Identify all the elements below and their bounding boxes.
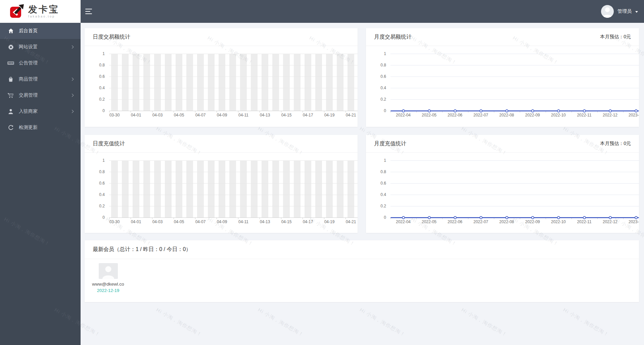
gridline (109, 172, 358, 172)
chevron-right-icon (71, 78, 74, 81)
chevron-down-icon (635, 11, 638, 13)
sidebar-toggle-button[interactable] (85, 5, 97, 17)
y-axis-label: 1 (85, 158, 105, 163)
sidebar-item-check-update[interactable]: 检测更新 (0, 119, 81, 136)
gridline (390, 183, 639, 184)
watermark-text: Hi 小淘，淘你想淘！ (257, 307, 305, 338)
sidebar-item-transactions[interactable]: 交易管理 (0, 87, 81, 103)
x-axis-label: 04-01 (125, 113, 147, 117)
x-axis-label: 04-19 (319, 113, 340, 117)
x-axis-label: 04-03 (147, 113, 168, 117)
chart-monthly-recharge: 00.20.40.60.812022-042022-052022-062022-… (366, 153, 639, 233)
gridline (109, 99, 358, 100)
sidebar-item-site-settings[interactable]: 网站设置 (0, 39, 81, 55)
data-point (428, 216, 431, 219)
data-point (583, 216, 586, 219)
gridline (390, 172, 639, 172)
x-axis-label: 2022-08 (496, 113, 517, 117)
y-axis-label: 0 (85, 108, 105, 113)
y-axis-label: 0.2 (366, 97, 386, 102)
gridline (109, 65, 358, 65)
x-axis-label: 2023-01 (625, 219, 639, 224)
y-axis-label: 0.2 (366, 204, 386, 208)
gridline (390, 99, 639, 100)
panel-daily-trade: 日度交易额统计 00.20.40.60.8103-3004-0104-0304-… (85, 28, 358, 127)
chart-monthly-trade: 00.20.40.60.812022-042022-052022-062022-… (366, 46, 639, 127)
data-point (479, 216, 482, 219)
gridline (109, 54, 358, 54)
member-card[interactable]: www@dkewl.com 2022-12-19 (92, 263, 124, 293)
member-avatar-icon (99, 263, 118, 279)
x-axis-label: 2022-10 (548, 113, 569, 117)
x-axis-label: 04-21 (340, 113, 358, 117)
brand-subtitle: fakabao.top (28, 15, 59, 18)
x-axis-label: 2022-04 (393, 219, 414, 224)
app-logo[interactable]: 发卡宝 fakabao.top (0, 0, 81, 23)
x-axis-label: 2022-12 (599, 219, 621, 224)
x-axis-label: 04-01 (125, 219, 147, 224)
data-point (505, 109, 508, 112)
gridline (109, 195, 358, 195)
member-email: www@dkewl.com (92, 282, 124, 287)
y-axis-label: 1 (85, 51, 105, 56)
y-axis-label: 0.6 (366, 181, 386, 186)
gear-icon (8, 44, 14, 50)
data-point (505, 216, 508, 219)
data-point (402, 216, 405, 219)
sidebar-item-label: 后台首页 (19, 28, 38, 34)
x-axis-label: 2022-09 (522, 219, 543, 224)
x-axis-label: 04-11 (233, 219, 254, 224)
sidebar-item-home[interactable]: 后台首页 (0, 23, 81, 39)
y-axis-label: 0 (366, 215, 386, 220)
sidebar-item-label: 入驻商家 (19, 108, 38, 114)
sidebar-item-merchants[interactable]: 入驻商家 (0, 103, 81, 119)
data-point (635, 216, 638, 219)
chevron-right-icon (71, 94, 74, 97)
gridline (109, 88, 358, 88)
y-axis-label: 0.8 (366, 63, 386, 67)
x-axis-ticks (109, 217, 358, 219)
user-menu[interactable]: 管理员 (601, 0, 638, 23)
x-axis-label: 04-17 (297, 113, 319, 117)
x-axis-label: 04-03 (147, 219, 168, 224)
merchant-icon (8, 108, 14, 114)
y-axis-label: 0 (85, 215, 105, 220)
sidebar-item-label: 检测更新 (19, 125, 38, 131)
x-axis-label: 04-15 (276, 219, 297, 224)
x-axis-label: 2022-05 (418, 219, 440, 224)
data-point (609, 216, 612, 219)
x-axis-label: 04-19 (319, 219, 340, 224)
y-axis-label: 0.8 (85, 63, 105, 67)
data-point (402, 109, 405, 112)
sidebar-item-products[interactable]: 商品管理 (0, 71, 81, 87)
gridline (390, 206, 639, 206)
x-axis-label: 2022-11 (573, 113, 595, 117)
member-register-date: 2022-12-19 (92, 288, 124, 293)
x-axis-label: 2022-06 (444, 113, 466, 117)
x-axis-label: 2023-01 (625, 113, 639, 117)
y-axis-label: 0.6 (85, 181, 105, 186)
sidebar-item-label: 商品管理 (19, 76, 38, 82)
gridline (109, 160, 358, 161)
gridline (390, 88, 639, 88)
sidebar-item-announcements[interactable]: NEW公告管理 (0, 55, 81, 71)
y-axis-label: 0.4 (366, 86, 386, 90)
y-axis-label: 0.6 (366, 74, 386, 79)
panel-daily-recharge: 日度充值统计 00.20.40.60.8103-3004-0104-0304-0… (85, 135, 358, 233)
x-axis-label: 04-13 (254, 113, 276, 117)
x-axis-label: 2022-09 (522, 113, 543, 117)
x-axis-label: 04-21 (340, 219, 358, 224)
sidebar-item-label: 公告管理 (19, 60, 38, 66)
new-badge-icon: NEW (8, 60, 14, 66)
gridline (109, 206, 358, 206)
gridline (390, 160, 639, 161)
watermark-text: Hi 小淘，淘你想淘！ (562, 307, 610, 338)
chart-daily-trade: 00.20.40.60.8103-3004-0104-0304-0504-070… (85, 46, 358, 127)
sidebar-nav: 后台首页网站设置NEW公告管理商品管理交易管理入驻商家检测更新 (0, 23, 81, 136)
gridline (109, 77, 358, 77)
x-axis-label: 2022-08 (496, 219, 517, 224)
x-axis-label: 04-17 (297, 219, 319, 224)
data-point (479, 109, 482, 112)
chevron-right-icon (71, 45, 74, 49)
gridline (390, 65, 639, 65)
